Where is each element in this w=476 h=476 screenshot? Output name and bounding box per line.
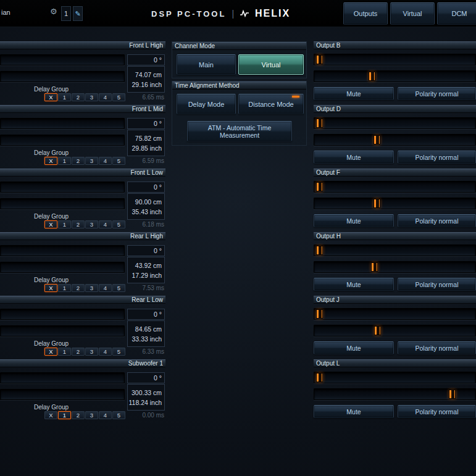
mute-button[interactable]: Mute — [314, 214, 394, 227]
distance-slider[interactable] — [0, 389, 125, 400]
delay-mode-button[interactable]: Delay Mode — [177, 94, 236, 114]
delay-group-2[interactable]: 2 — [72, 220, 85, 228]
slider-handle[interactable] — [316, 309, 323, 319]
delay-group-x[interactable]: X — [44, 284, 57, 292]
slider-handle[interactable] — [316, 373, 323, 382]
slider-handle[interactable] — [369, 72, 375, 81]
slider-handle[interactable] — [316, 246, 323, 255]
output-level-slider[interactable] — [314, 372, 476, 383]
angle-slider[interactable] — [0, 372, 125, 383]
delay-group-2[interactable]: 2 — [72, 411, 85, 419]
delay-group-5[interactable]: 5 — [112, 220, 125, 228]
angle-value[interactable]: 0 ° — [127, 182, 165, 193]
atm-button[interactable]: ATM - Automatic Time Measurement — [187, 121, 292, 141]
edit-icon[interactable]: ✎ — [73, 6, 83, 21]
delay-group-2[interactable]: 2 — [72, 93, 85, 101]
delay-group-x[interactable]: X — [44, 348, 57, 356]
delay-group-1[interactable]: 1 — [58, 348, 71, 356]
delay-group-3[interactable]: 3 — [85, 284, 98, 292]
delay-group-5[interactable]: 5 — [112, 157, 125, 165]
distance-slider[interactable] — [0, 198, 125, 209]
angle-value[interactable]: 0 ° — [127, 309, 165, 320]
output-gain-slider[interactable] — [314, 261, 476, 273]
slider-handle[interactable] — [374, 135, 380, 144]
angle-value[interactable]: 0 ° — [127, 54, 165, 65]
delay-group-2[interactable]: 2 — [72, 284, 85, 292]
distance-value[interactable]: 84.65 cm 33.33 inch — [127, 320, 165, 347]
outputs-button[interactable]: Outputs — [343, 2, 388, 25]
angle-slider[interactable] — [0, 245, 125, 256]
slider-handle[interactable] — [449, 390, 456, 399]
output-gain-slider[interactable] — [314, 70, 476, 82]
mute-button[interactable]: Mute — [314, 278, 394, 291]
polarity-button[interactable]: Polarity normal — [398, 151, 476, 164]
polarity-button[interactable]: Polarity normal — [398, 214, 476, 227]
delay-group-5[interactable]: 5 — [112, 348, 125, 356]
distance-slider[interactable] — [0, 325, 125, 336]
delay-group-3[interactable]: 3 — [85, 220, 98, 228]
distance-slider[interactable] — [0, 262, 125, 273]
slider-handle[interactable] — [374, 326, 381, 335]
mute-button[interactable]: Mute — [314, 151, 394, 164]
delay-group-x[interactable]: X — [44, 93, 57, 101]
delay-group-4[interactable]: 4 — [99, 157, 112, 165]
slider-handle[interactable] — [374, 199, 380, 208]
output-level-slider[interactable] — [314, 117, 476, 129]
delay-group-4[interactable]: 4 — [99, 220, 112, 228]
distance-value[interactable]: 43.92 cm 17.29 inch — [127, 257, 165, 283]
distance-mode-button[interactable]: Distance Mode — [238, 94, 304, 114]
slider-handle[interactable] — [316, 119, 323, 128]
angle-slider[interactable] — [0, 309, 125, 320]
output-gain-slider[interactable] — [314, 325, 476, 336]
delay-group-5[interactable]: 5 — [112, 93, 125, 101]
delay-group-4[interactable]: 4 — [99, 348, 112, 356]
polarity-button[interactable]: Polarity normal — [398, 405, 476, 418]
angle-value[interactable]: 0 ° — [127, 245, 165, 256]
delay-group-x[interactable]: X — [44, 157, 57, 165]
settings-gear-icon[interactable]: ⚙ — [50, 7, 57, 15]
output-gain-slider[interactable] — [314, 134, 476, 146]
delay-group-x[interactable]: X — [44, 411, 57, 419]
mute-button[interactable]: Mute — [314, 405, 394, 418]
angle-value[interactable]: 0 ° — [127, 118, 165, 129]
output-gain-slider[interactable] — [314, 198, 476, 209]
angle-slider[interactable] — [0, 54, 125, 65]
delay-group-x[interactable]: X — [44, 220, 57, 228]
virtual-button[interactable]: Virtual — [390, 2, 435, 25]
device-count[interactable]: 1 — [61, 6, 71, 21]
polarity-button[interactable]: Polarity normal — [398, 278, 476, 291]
virtual-mode-button[interactable]: Virtual — [238, 54, 304, 75]
delay-group-4[interactable]: 4 — [99, 93, 112, 101]
delay-group-1[interactable]: 1 — [58, 157, 71, 165]
delay-group-5[interactable]: 5 — [112, 284, 125, 292]
distance-value[interactable]: 90.00 cm 35.43 inch — [127, 193, 165, 220]
mute-button[interactable]: Mute — [314, 87, 394, 100]
delay-group-1[interactable]: 1 — [58, 411, 71, 419]
delay-group-3[interactable]: 3 — [85, 411, 98, 419]
output-level-slider[interactable] — [314, 308, 476, 320]
delay-group-4[interactable]: 4 — [99, 411, 112, 419]
output-level-slider[interactable] — [314, 54, 476, 65]
angle-slider[interactable] — [0, 118, 125, 129]
output-level-slider[interactable] — [314, 244, 476, 256]
angle-slider[interactable] — [0, 182, 125, 193]
slider-handle[interactable] — [316, 55, 323, 64]
distance-slider[interactable] — [0, 71, 125, 82]
distance-value[interactable]: 300.33 cm 118.24 inch — [127, 384, 165, 411]
delay-group-1[interactable]: 1 — [58, 93, 71, 101]
delay-group-2[interactable]: 2 — [72, 348, 85, 356]
polarity-button[interactable]: Polarity normal — [398, 87, 476, 100]
delay-group-3[interactable]: 3 — [85, 157, 98, 165]
delay-group-3[interactable]: 3 — [85, 93, 98, 101]
distance-slider[interactable] — [0, 135, 125, 146]
delay-group-4[interactable]: 4 — [99, 284, 112, 292]
delay-group-1[interactable]: 1 — [58, 284, 71, 292]
distance-value[interactable]: 75.82 cm 29.85 inch — [127, 130, 165, 156]
slider-handle[interactable] — [371, 262, 378, 272]
distance-value[interactable]: 74.07 cm 29.16 inch — [127, 66, 165, 93]
delay-group-2[interactable]: 2 — [72, 157, 85, 165]
angle-value[interactable]: 0 ° — [127, 372, 165, 383]
mute-button[interactable]: Mute — [314, 341, 394, 354]
delay-group-1[interactable]: 1 — [58, 220, 71, 228]
output-gain-slider[interactable] — [314, 388, 476, 400]
